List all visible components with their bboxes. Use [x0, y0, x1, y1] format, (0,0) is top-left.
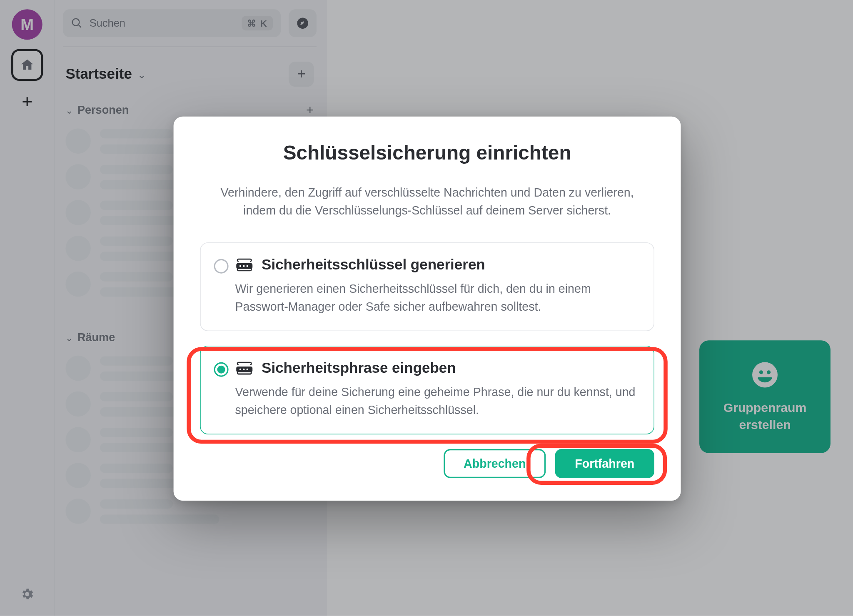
key-backup-setup-dialog: Schlüsselsicherung einrichten Verhindere… [174, 117, 681, 501]
dialog-description: Verhindere, den Zugriff auf verschlüssel… [215, 184, 639, 220]
password-field-icon [235, 257, 254, 273]
radio-selected[interactable] [214, 362, 229, 377]
continue-button[interactable]: Fortfahren [555, 449, 654, 478]
option-generate-security-key[interactable]: Sicherheitsschlüssel generieren Wir gene… [200, 242, 654, 331]
svg-point-1 [239, 265, 241, 267]
svg-point-5 [239, 369, 241, 370]
cancel-button[interactable]: Abbrechen [444, 449, 546, 478]
option-enter-security-phrase[interactable]: Sicherheitsphrase eingeben Verwende für … [200, 346, 654, 434]
option-description: Verwende für deine Sicherung eine geheim… [235, 384, 638, 419]
option-title: Sicherheitsphrase eingeben [262, 359, 456, 377]
svg-point-2 [243, 265, 244, 267]
svg-point-3 [246, 265, 248, 267]
svg-point-6 [243, 369, 244, 370]
option-description: Wir generieren einen Sicherheitsschlüsse… [235, 280, 638, 316]
password-field-icon [235, 360, 254, 376]
radio-unselected[interactable] [214, 259, 229, 274]
option-title: Sicherheitsschlüssel generieren [262, 256, 485, 273]
dialog-title: Schlüsselsicherung einrichten [200, 142, 654, 164]
svg-point-7 [246, 369, 248, 370]
